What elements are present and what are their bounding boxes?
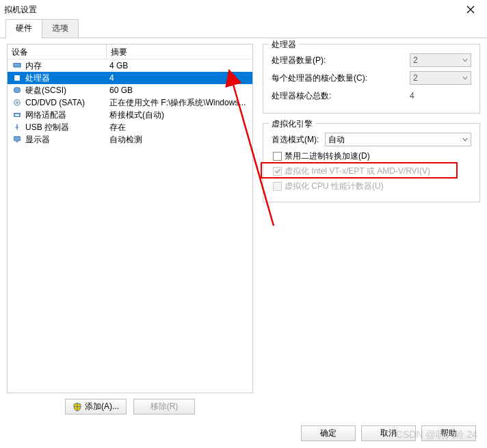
checkbox-unchecked-icon: [273, 152, 282, 161]
device-name: 显示器: [25, 134, 50, 146]
remove-button: 移除(R): [133, 399, 195, 414]
tab-options-label: 选项: [52, 23, 68, 33]
pref-mode-value: 自动: [328, 134, 345, 146]
disk-icon: [12, 85, 23, 95]
total-cores-row: 处理器核心总数: 4: [272, 87, 471, 105]
nic-icon: [12, 110, 23, 120]
ok-button-label: 确定: [320, 427, 337, 439]
device-row-memory[interactable]: 内存 4 GB: [8, 60, 252, 72]
device-name: CD/DVD (SATA): [25, 98, 85, 107]
device-name: USB 控制器: [25, 122, 69, 133]
device-row-usb[interactable]: USB 控制器 存在: [8, 121, 252, 133]
total-cores-label: 处理器核心总数:: [272, 90, 410, 102]
device-buttons: 添加(A)... 移除(R): [7, 399, 253, 414]
chk-vtx-label: 虚拟化 Intel VT-x/EPT 或 AMD-V/RVI(V): [285, 166, 430, 177]
device-table: 设备 摘要 内存 4 GB 处理器 4 硬盘(SCSI) 60 GB CD/DV…: [7, 44, 253, 393]
device-row-disk[interactable]: 硬盘(SCSI) 60 GB: [8, 84, 252, 96]
left-panel: 设备 摘要 内存 4 GB 处理器 4 硬盘(SCSI) 60 GB CD/DV…: [7, 44, 253, 414]
virt-group-title: 虚拟化引擎: [269, 118, 315, 130]
num-processors-row: 处理器数量(P): 2: [272, 51, 471, 69]
processor-group-title: 处理器: [269, 39, 299, 51]
device-cell: USB 控制器: [9, 122, 107, 133]
checkbox-unchecked-icon: [273, 182, 282, 191]
device-summary: 自动检测: [107, 134, 251, 146]
svg-rect-0: [14, 64, 21, 67]
chevron-down-icon: [462, 135, 468, 144]
device-rows: 内存 4 GB 处理器 4 硬盘(SCSI) 60 GB CD/DVD (SAT…: [8, 60, 252, 393]
processor-group: 处理器 处理器数量(P): 2 每个处理器的核心数量(C): 2 处理器核心总数…: [263, 44, 480, 114]
help-button[interactable]: 帮助: [421, 425, 476, 441]
chk-perf-label: 虚拟化 CPU 性能计数器(U): [285, 181, 384, 192]
title-bar: 拟机设置: [0, 0, 487, 19]
cd-icon: [12, 98, 23, 107]
col-header-summary[interactable]: 摘要: [107, 44, 252, 59]
device-cell: CD/DVD (SATA): [9, 98, 107, 107]
device-summary: 60 GB: [107, 85, 251, 95]
chevron-down-icon: [462, 55, 468, 65]
usb-icon: [12, 122, 23, 132]
ok-button[interactable]: 确定: [301, 425, 356, 441]
total-cores-value: 4: [410, 91, 471, 101]
device-cell: 网络适配器: [9, 109, 107, 121]
device-name: 处理器: [25, 73, 50, 84]
close-icon: [466, 5, 475, 14]
chevron-down-icon: [462, 73, 468, 83]
pref-mode-select[interactable]: 自动: [325, 133, 471, 146]
add-button-label: 添加(A)...: [85, 401, 119, 412]
display-icon: [12, 135, 23, 144]
cores-per-value: 2: [413, 73, 418, 83]
tab-hardware-label: 硬件: [16, 23, 32, 33]
svg-rect-6: [16, 77, 18, 79]
shield-icon: [73, 402, 82, 412]
device-row-cpu[interactable]: 处理器 4: [8, 72, 252, 84]
cores-per-row: 每个处理器的核心数量(C): 2: [272, 69, 471, 87]
chk-binary-label: 禁用二进制转换加速(D): [285, 150, 370, 162]
device-name: 网络适配器: [25, 109, 66, 121]
device-name: 硬盘(SCSI): [25, 85, 66, 96]
svg-point-9: [16, 102, 18, 104]
cancel-button-label: 取消: [380, 427, 397, 439]
checkbox-checked-icon: [273, 167, 282, 176]
num-processors-select[interactable]: 2: [410, 53, 471, 67]
cancel-button[interactable]: 取消: [361, 425, 416, 441]
device-summary: 桥接模式(自动): [107, 109, 251, 121]
add-button[interactable]: 添加(A)...: [65, 399, 127, 414]
device-cell: 处理器: [9, 73, 107, 84]
remove-button-label: 移除(R): [150, 401, 179, 412]
svg-rect-11: [15, 114, 18, 116]
right-panel: 处理器 处理器数量(P): 2 每个处理器的核心数量(C): 2 处理器核心总数…: [263, 44, 480, 414]
window-title: 拟机设置: [4, 4, 37, 16]
chk-vtx-row[interactable]: 虚拟化 Intel VT-x/EPT 或 AMD-V/RVI(V): [272, 163, 471, 179]
tab-hardware[interactable]: 硬件: [5, 19, 42, 38]
device-row-display[interactable]: 显示器 自动检测: [8, 133, 252, 146]
pref-mode-row: 首选模式(M): 自动: [272, 131, 471, 148]
help-button-label: 帮助: [440, 427, 457, 439]
svg-rect-16: [14, 137, 21, 141]
table-header: 设备 摘要: [8, 44, 252, 60]
device-name: 内存: [25, 60, 42, 72]
device-summary: 4 GB: [107, 61, 251, 70]
memory-icon: [12, 61, 23, 70]
chk-perf-row[interactable]: 虚拟化 CPU 性能计数器(U): [272, 179, 471, 194]
dialog-footer: 确定 取消 帮助: [301, 425, 476, 441]
tab-options[interactable]: 选项: [42, 19, 79, 38]
device-cell: 显示器: [9, 134, 107, 146]
cores-per-select[interactable]: 2: [410, 71, 471, 85]
device-row-nic[interactable]: 网络适配器 桥接模式(自动): [8, 109, 252, 121]
cpu-icon: [12, 73, 23, 83]
chk-binary-row[interactable]: 禁用二进制转换加速(D): [272, 148, 471, 163]
device-cell: 内存: [9, 60, 107, 72]
pref-mode-label: 首选模式(M):: [272, 134, 325, 146]
device-row-cd[interactable]: CD/DVD (SATA) 正在使用文件 F:\操作系统\Windows...: [8, 96, 252, 109]
num-processors-value: 2: [413, 55, 418, 65]
num-processors-label: 处理器数量(P):: [272, 55, 410, 66]
device-summary: 正在使用文件 F:\操作系统\Windows...: [107, 97, 251, 109]
col-header-device[interactable]: 设备: [8, 44, 107, 59]
tab-bar: 硬件 选项: [0, 19, 487, 38]
device-summary: 存在: [107, 122, 251, 133]
cores-per-label: 每个处理器的核心数量(C):: [272, 73, 410, 84]
device-summary: 4: [107, 73, 251, 83]
content-area: 设备 摘要 内存 4 GB 处理器 4 硬盘(SCSI) 60 GB CD/DV…: [0, 38, 487, 421]
virt-group: 虚拟化引擎 首选模式(M): 自动 禁用二进制转换加速(D) 虚拟化 Intel…: [263, 123, 480, 202]
close-button[interactable]: [457, 0, 484, 19]
